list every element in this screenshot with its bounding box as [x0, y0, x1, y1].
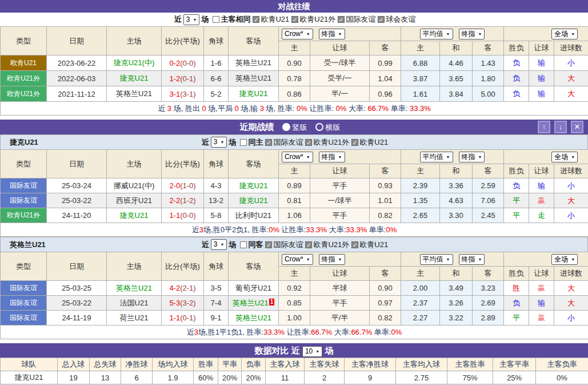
- col-header-11: 客: [473, 41, 504, 55]
- down-arrow-button[interactable]: ↓: [554, 121, 567, 133]
- summary-label: 场,平局: [206, 104, 235, 113]
- h2h-odds-source-select[interactable]: Crow*▼: [282, 29, 313, 39]
- compare-value-cell-12: 25%: [493, 371, 536, 384]
- h2h-table: 类型日期主场比分(半场)角球客场Crow*▼终指▼平均值▼终指▼全场▼主让球客主…: [0, 26, 588, 116]
- h2h-filter-4[interactable]: ✓球会友谊: [378, 14, 415, 25]
- team0-near-select[interactable]: 3▼: [211, 137, 227, 148]
- h2h-avg-source-select[interactable]: 平均值▼: [420, 29, 453, 39]
- checkbox-checked[interactable]: ✓: [351, 241, 358, 248]
- col-header-0: 类型: [1, 27, 47, 55]
- corner-cell: 13-2: [204, 193, 229, 208]
- checkbox-checked[interactable]: ✓: [265, 241, 272, 248]
- away-team-name: 比利时U21: [235, 211, 271, 220]
- away-team-name: 英格兰U21: [235, 313, 271, 322]
- avg-home-cell: 6.88: [401, 55, 440, 71]
- team1-odds-source-select[interactable]: Crow*▼: [282, 254, 313, 265]
- chevron-down-icon: ▼: [306, 153, 310, 161]
- team0-name: 捷克U21: [10, 137, 38, 148]
- col-header-5: 客场: [229, 252, 279, 281]
- h2h-avg-select-group: 平均值▼终指▼: [401, 27, 504, 41]
- layout-radio-0[interactable]: 竖版: [282, 123, 307, 132]
- team1-odds-time-select[interactable]: 终指▼: [319, 254, 345, 265]
- compare-near-select[interactable]: 10▼: [302, 346, 322, 357]
- date-cell: 24-11-20: [47, 208, 107, 223]
- handicap-cell: 平手: [310, 208, 370, 223]
- h2h-scope-select-group: 全场▼: [504, 27, 588, 41]
- checkbox-checked[interactable]: ✓: [305, 241, 312, 248]
- result-cell: 负: [504, 71, 529, 86]
- checkbox-checked[interactable]: ✓: [305, 139, 312, 146]
- checkbox-checked[interactable]: ✓: [253, 16, 259, 23]
- handicap-cell: 半球: [310, 281, 370, 296]
- col-header-9: 主: [401, 41, 440, 55]
- team1-filter-1[interactable]: ✓国际友谊: [265, 240, 303, 250]
- checkbox-unchecked[interactable]: [213, 16, 219, 23]
- avg-draw-cell: 3.65: [440, 71, 473, 86]
- half-score: (0-1): [180, 313, 195, 322]
- score-cell: 4-2(2-1): [162, 281, 204, 296]
- team1-scope-select[interactable]: 全场▼: [551, 254, 578, 265]
- radio-selected-icon[interactable]: [282, 123, 290, 131]
- checkbox-checked[interactable]: ✓: [291, 16, 298, 23]
- compare-team-cell: 捷克U21: [1, 371, 58, 384]
- team1-filter-2[interactable]: ✓欧青U21外: [305, 240, 349, 250]
- team0-odds-time-select[interactable]: 终指▼: [319, 152, 345, 162]
- team1-avg-source-select[interactable]: 平均值▼: [420, 254, 453, 265]
- team0-filter-2[interactable]: ✓欧青U21外: [305, 137, 349, 148]
- handicap-result-cell: 输: [529, 71, 554, 86]
- match-row: 国际友谊25-03-25英格兰U214-2(2-1)3-5葡萄牙U210.92半…: [1, 281, 588, 296]
- team0-avg-time-select[interactable]: 终指▼: [459, 152, 485, 162]
- col-header-13: 让球: [529, 267, 554, 281]
- team0-filter-label-0: 同主: [248, 137, 263, 148]
- h2h-scope-select-value: 全场: [554, 30, 568, 38]
- team0-odds-source-select[interactable]: Crow*▼: [282, 152, 313, 162]
- team1-filter-0[interactable]: 同客: [240, 240, 263, 250]
- avg-away-cell: 2.59: [473, 178, 504, 193]
- layout-radio-1[interactable]: 横版: [315, 123, 341, 132]
- checkbox-checked[interactable]: ✓: [265, 139, 272, 146]
- h2h-filter-3[interactable]: ✓国际友谊: [338, 14, 375, 25]
- team1-near-select[interactable]: 3▼: [211, 239, 227, 250]
- avg-draw-cell: 4.46: [440, 55, 473, 71]
- close-button[interactable]: ✕: [571, 121, 583, 133]
- team0-scope-select[interactable]: 全场▼: [551, 152, 578, 162]
- checkbox-checked[interactable]: ✓: [351, 139, 358, 146]
- h2h-filter-1[interactable]: ✓欧青U21: [253, 14, 289, 25]
- team0-filter-0[interactable]: 同主: [240, 137, 263, 148]
- up-arrow-button[interactable]: ↑: [538, 121, 550, 133]
- h2h-scope-select[interactable]: 全场▼: [551, 29, 578, 39]
- result-text: 平: [513, 196, 520, 205]
- h2h-odds-time-select[interactable]: 终指▼: [319, 29, 345, 39]
- team0-filter-3[interactable]: ✓欧青U21: [351, 137, 388, 148]
- checkbox-checked[interactable]: ✓: [338, 16, 345, 23]
- radio-unselected-icon[interactable]: [315, 123, 323, 131]
- team1-filter-3[interactable]: ✓欧青U21: [351, 240, 388, 250]
- h2h-filter-2[interactable]: ✓欧青U21外: [291, 14, 335, 25]
- team0-scope-select-group: 全场▼: [504, 150, 588, 164]
- recent-title: 近期战绩: [240, 122, 274, 132]
- team0-avg-source-select[interactable]: 平均值▼: [420, 152, 453, 162]
- checkbox-unchecked[interactable]: [240, 241, 247, 248]
- h2h-filter-0[interactable]: 主客相同: [213, 14, 250, 25]
- match-row: 国际友谊25-03-22法国U215-3(3-2)7-4英格兰U2110.85平…: [1, 296, 588, 311]
- compare-value-cell-0: 19: [58, 371, 90, 384]
- odds-home-cell: 1.00: [279, 311, 310, 326]
- team1-avg-time-select[interactable]: 终指▼: [459, 254, 485, 265]
- team1-summary: 近3场,胜1平1负1, 胜率:33.3% 让胜率:66.7% 大率:66.7% …: [1, 326, 588, 339]
- full-score: 3-1: [169, 90, 180, 98]
- h2h-avg-time-select[interactable]: 终指▼: [459, 29, 485, 39]
- h2h-near-select[interactable]: 3▼: [183, 14, 200, 25]
- checkbox-unchecked[interactable]: [240, 139, 247, 146]
- full-score: 4-2: [169, 284, 180, 292]
- team0-filter-1[interactable]: ✓国际友谊: [265, 137, 303, 148]
- result-text: 大: [567, 284, 575, 292]
- score-cell: 1-2(0-1): [162, 71, 204, 86]
- odds-away-cell: 0.90: [370, 281, 401, 296]
- team1-near-select-value: 3: [214, 240, 218, 249]
- handicap-result-cell: 赢: [529, 193, 554, 208]
- checkbox-checked[interactable]: ✓: [378, 16, 385, 23]
- home-team-cell: 英格兰U21: [107, 86, 162, 102]
- col-header-6: 主: [279, 41, 310, 55]
- h2h-odds-select-group: Crow*▼终指▼: [279, 27, 401, 41]
- result-text: 大: [567, 89, 575, 98]
